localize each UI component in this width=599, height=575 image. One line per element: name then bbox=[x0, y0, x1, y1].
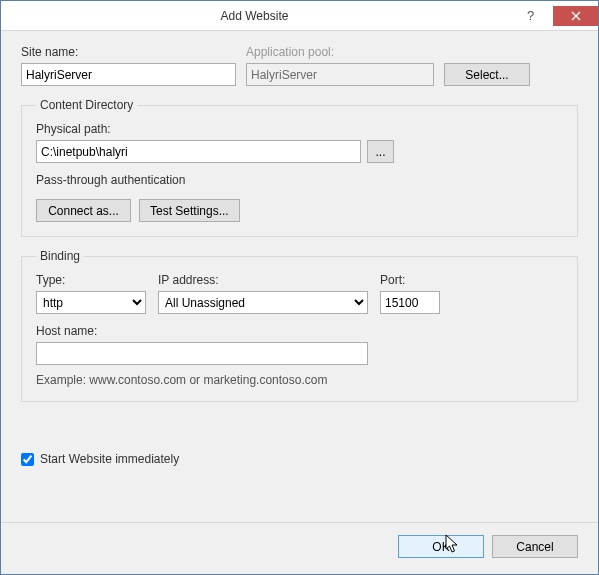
content-directory-group: Content Directory Physical path: ... Pas… bbox=[21, 98, 578, 237]
help-button[interactable]: ? bbox=[508, 2, 553, 30]
select-app-pool-button[interactable]: Select... bbox=[444, 63, 530, 86]
port-input[interactable] bbox=[380, 291, 440, 314]
content-directory-legend: Content Directory bbox=[36, 98, 137, 112]
host-input[interactable] bbox=[36, 342, 368, 365]
close-icon bbox=[571, 11, 581, 21]
start-immediately-label: Start Website immediately bbox=[40, 452, 179, 466]
ok-button[interactable]: OK bbox=[398, 535, 484, 558]
start-immediately-checkbox[interactable] bbox=[21, 453, 34, 466]
app-pool-input bbox=[246, 63, 434, 86]
host-example: Example: www.contoso.com or marketing.co… bbox=[36, 373, 563, 387]
port-label: Port: bbox=[380, 273, 440, 287]
app-pool-label: Application pool: bbox=[246, 45, 434, 59]
start-immediately-row[interactable]: Start Website immediately bbox=[21, 452, 578, 466]
host-label: Host name: bbox=[36, 324, 563, 338]
close-button[interactable] bbox=[553, 6, 598, 26]
add-website-dialog: Add Website ? Site name: Application poo… bbox=[0, 0, 599, 575]
test-settings-button[interactable]: Test Settings... bbox=[139, 199, 240, 222]
cancel-button[interactable]: Cancel bbox=[492, 535, 578, 558]
type-label: Type: bbox=[36, 273, 146, 287]
physical-path-label: Physical path: bbox=[36, 122, 563, 136]
binding-legend: Binding bbox=[36, 249, 84, 263]
ip-label: IP address: bbox=[158, 273, 368, 287]
titlebar: Add Website ? bbox=[1, 1, 598, 31]
connect-as-button[interactable]: Connect as... bbox=[36, 199, 131, 222]
window-title: Add Website bbox=[1, 9, 508, 23]
browse-path-button[interactable]: ... bbox=[367, 140, 394, 163]
dialog-footer: OK Cancel bbox=[1, 522, 598, 574]
site-name-label: Site name: bbox=[21, 45, 236, 59]
dialog-body: Site name: Application pool: Select... C… bbox=[1, 31, 598, 522]
ip-select[interactable]: All Unassigned bbox=[158, 291, 368, 314]
physical-path-input[interactable] bbox=[36, 140, 361, 163]
passthrough-label: Pass-through authentication bbox=[36, 173, 563, 187]
binding-group: Binding Type: http IP address: All Unass… bbox=[21, 249, 578, 402]
type-select[interactable]: http bbox=[36, 291, 146, 314]
site-name-input[interactable] bbox=[21, 63, 236, 86]
